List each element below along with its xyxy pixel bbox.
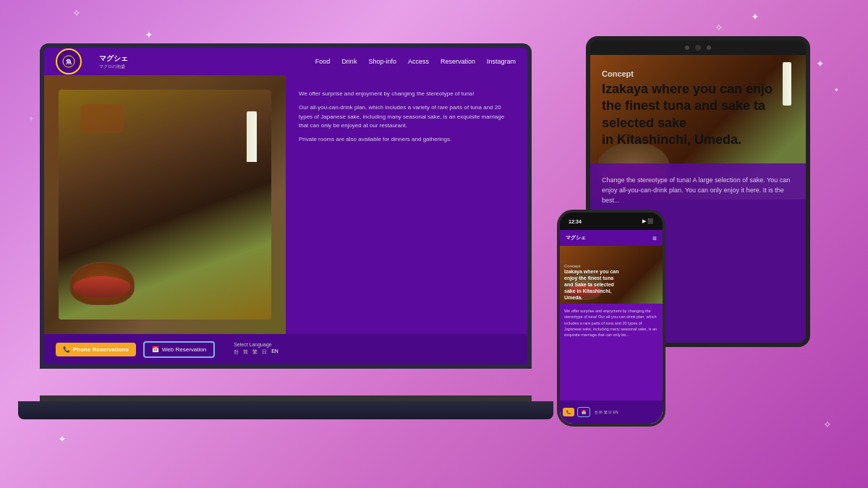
tablet-body-para: Change the stereotype of tuna! A large s… (602, 175, 794, 206)
phone-status-bar: 12:34 ▶ ⬛ (560, 213, 663, 230)
phone-concept-title: Izakaya where you canenjoy the finest tu… (564, 268, 618, 301)
phone-concept-overlay: Concept Izakaya where you canenjoy the f… (564, 264, 618, 301)
phone-bottom-bar: 📞 📅 한 简 繁 日 EN (560, 401, 663, 424)
phone-reservations-button[interactable]: 📞 Phone Reservations (56, 343, 136, 356)
tablet-concept-title: Izakaya where you can enjothe finest tun… (602, 81, 794, 149)
site-para3: Private rooms are also available for din… (299, 135, 514, 145)
sparkle-5: ✦ (145, 29, 153, 40)
site-para2: Our all-you-can-drink plan, which includ… (299, 103, 514, 131)
tablet-concept-section: Concept Izakaya where you can enjothe fi… (590, 55, 806, 163)
laptop-hinge (40, 395, 532, 401)
site-para1: We offer surprise and enjoyment by chang… (299, 90, 514, 99)
nav-instagram[interactable]: Instagram (487, 58, 516, 65)
site-bottom-bar: 📞 Phone Reservations 📅 Web Reservation S… (44, 334, 527, 364)
phone-status-icons: ▶ ⬛ (642, 218, 654, 224)
lang-japanese[interactable]: 日 (262, 348, 267, 356)
site-text-panel: We offer surprise and enjoyment by chang… (286, 75, 527, 334)
phone-body-para: We offer surprise and enjoyment by chang… (564, 308, 658, 338)
sparkle-9: ✧ (29, 116, 34, 122)
nav-food[interactable]: Food (315, 58, 331, 65)
logo-subtitle: マグロの泡盛 (99, 64, 128, 70)
sparkle-1: ✦ (751, 11, 760, 22)
laptop: 魚 マグシェ マグロの泡盛 Food Drink Shop-info Acces… (40, 43, 546, 419)
nav-drink[interactable]: Drink (341, 58, 357, 65)
phone-logo: マグシェ (566, 234, 586, 241)
lang-simplified[interactable]: 简 (243, 348, 248, 356)
nav-links: Food Drink Shop-info Access Reservation … (315, 58, 516, 65)
phone-icon: 📞 (63, 346, 70, 353)
nav-access[interactable]: Access (408, 58, 429, 65)
site-logo: 魚 (56, 48, 82, 74)
lang-options: 한 简 繁 日 EN (234, 348, 278, 357)
lang-korean[interactable]: 한 (234, 348, 239, 356)
tablet-concept-label: Concept (602, 69, 794, 78)
phone-web-button[interactable]: 📅 (577, 407, 590, 417)
phone-screen: マグシェ ≡ Concept Izakaya where you canenjo… (560, 230, 663, 424)
phone: 12:34 ▶ ⬛ マグシェ ≡ Concept Izakaya where y… (557, 210, 665, 427)
phone-navbar: マグシェ ≡ (560, 230, 663, 246)
site-main-content: We offer surprise and enjoyment by chang… (44, 75, 527, 334)
laptop-website: 魚 マグシェ マグロの泡盛 Food Drink Shop-info Acces… (44, 48, 527, 364)
site-food-image (44, 75, 286, 334)
tablet-button-right (707, 46, 711, 50)
web-reservation-button[interactable]: 📅 Web Reservation (143, 341, 215, 358)
language-selector: Select Language 한 简 繁 日 EN (234, 342, 278, 357)
phone-btn-label: Phone Reservations (73, 346, 129, 353)
lang-label: Select Language (234, 342, 278, 347)
laptop-base (18, 401, 553, 419)
site-navbar: 魚 マグシェ マグロの泡盛 Food Drink Shop-info Acces… (44, 48, 527, 75)
phone-food-image: Concept Izakaya where you canenjoy the f… (560, 246, 663, 304)
phone-menu-icon[interactable]: ≡ (652, 234, 657, 242)
phone-lang: 한 简 繁 日 EN (595, 410, 618, 414)
sparkle-8: ✦ (834, 87, 839, 93)
tablet-camera-row (590, 40, 806, 55)
phone-body-text: We offer surprise and enjoyment by chang… (560, 304, 663, 401)
calendar-icon: 📅 (152, 346, 159, 353)
sparkle-3: ✦ (816, 58, 825, 69)
lang-traditional[interactable]: 繁 (252, 348, 258, 356)
sparkle-4: ✧ (72, 7, 81, 19)
phone-calendar-icon: 📅 (582, 410, 586, 414)
svg-text:魚: 魚 (66, 59, 72, 65)
laptop-screen: 魚 マグシェ マグロの泡盛 Food Drink Shop-info Acces… (40, 43, 532, 369)
sparkle-7: ✦ (58, 433, 67, 445)
nav-reservation[interactable]: Reservation (441, 58, 475, 65)
phone-phone-button[interactable]: 📞 (563, 408, 574, 416)
phone-phone-icon: 📞 (566, 410, 571, 414)
nav-shopinfo[interactable]: Shop-info (368, 58, 396, 65)
sparkle-2: ✧ (715, 22, 723, 33)
logo-japanese: マグシェ (99, 53, 128, 64)
lang-english[interactable]: EN (271, 348, 278, 356)
tablet-button-left (685, 46, 689, 50)
logo-text: マグシェ マグロの泡盛 (99, 53, 128, 70)
phone-time: 12:34 (569, 219, 582, 224)
tablet-camera (695, 45, 701, 51)
sparkle-6: ✧ (823, 419, 832, 430)
web-btn-label: Web Reservation (162, 346, 206, 353)
phone-notch-bump (597, 213, 626, 224)
phone-frame: 12:34 ▶ ⬛ マグシェ ≡ Concept Izakaya where y… (557, 210, 665, 427)
